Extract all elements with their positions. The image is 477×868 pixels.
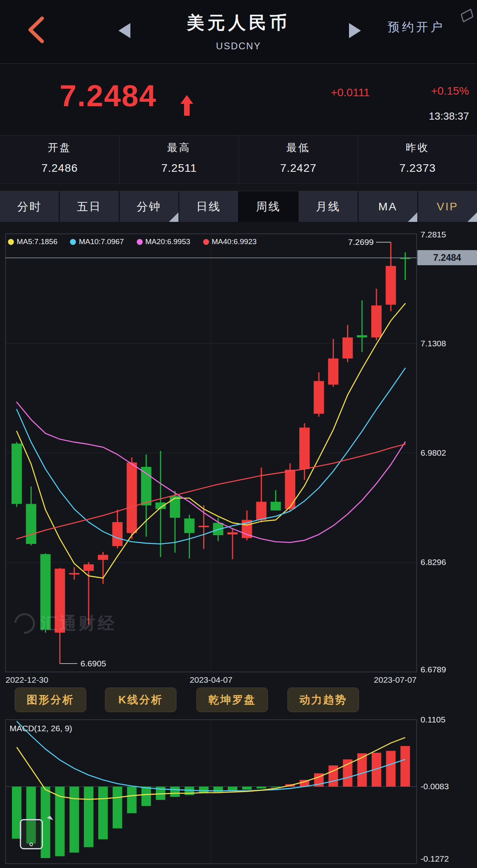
price-change: +0.0111 [278,86,370,99]
tab-label: 日线 [196,199,221,214]
stat-low-value: 7.2427 [239,162,358,175]
tab-label: VIP [437,200,458,213]
legend-ma40-label: MA40:6.9923 [212,237,257,246]
back-icon[interactable] [25,16,48,44]
tab-realtime[interactable]: 分时 [0,191,59,222]
tab-corner-icon [467,212,477,222]
tab-monthly[interactable]: 月线 [299,191,357,222]
stat-high-value: 7.2511 [120,162,238,175]
next-symbol-icon[interactable] [349,23,361,38]
stat-high-label: 最高 [120,141,238,155]
symbol-code: USDCNY [167,41,310,52]
legend-ma20-label: MA20:6.9953 [145,237,190,246]
tab-daily[interactable]: 日线 [179,191,238,222]
analysis-button-compass[interactable]: 乾坤罗盘 [196,687,268,712]
period-tab-bar: 分时 五日 分钟 日线 周线 月线 MA VIP [0,191,477,222]
x-axis-label-end: 2023-07-07 [374,675,417,685]
macd-y-label: -0.0083 [421,782,476,791]
tab-vip[interactable]: VIP [418,191,477,222]
tab-label: MA [378,200,398,213]
last-price: 7.2484 [60,78,157,113]
app-screen: 美元人民币 USDCNY 预约开户 7.2484 +0.0111 +0.15% … [0,0,477,868]
stat-open-label: 开盘 [0,141,119,155]
stat-prev-close-value: 7.2373 [358,162,477,175]
y-axis-label: 6.6789 [421,665,476,674]
ma20-dot-icon [137,239,143,245]
legend-ma5-label: MA5:7.1856 [17,237,57,246]
y-axis-label: 7.2815 [421,230,476,239]
page-title: 美元人民币 [167,11,310,35]
watermark-logo-icon [10,609,39,638]
macd-y-label: -0.1272 [421,854,476,864]
stat-low-label: 最低 [239,141,358,155]
svg-text:6.6905: 6.6905 [81,659,106,668]
watermark: 汇通财经 [14,612,117,635]
ma10-dot-icon [70,239,76,245]
current-price-tag: 7.2484 [417,250,477,265]
price-change-percent: +0.15% [413,85,469,97]
legend-ma20: MA20:6.9953 [137,237,190,246]
macd-y-label: 0.1105 [421,715,476,724]
stat-prev-close: 昨收 7.2373 [358,136,477,183]
macd-title: MACD(12, 26, 9) [10,724,72,733]
y-axis-label: 6.8296 [421,557,476,567]
y-axis-label: 7.1308 [421,339,476,348]
tab-label: 分钟 [137,199,161,214]
header: 美元人民币 USDCNY 预约开户 [0,0,477,64]
phone-home-dot-icon [29,843,33,846]
analysis-button-pattern[interactable]: 图形分析 [15,687,86,712]
tab-label: 五日 [77,199,101,214]
ma40-dot-icon [203,239,209,245]
tab-corner-icon [408,212,417,222]
screenshot-float-icon[interactable] [20,819,43,849]
analysis-button-row: 图形分析 K线分析 乾坤罗盘 动力趋势 [0,687,477,713]
ma5-dot-icon [8,239,14,245]
tab-label: 月线 [316,199,340,214]
legend-ma5: MA5:7.1856 [8,237,57,246]
tab-ma[interactable]: MA [359,191,417,222]
tab-label: 分时 [17,199,42,214]
kline-chart[interactable]: 7.26996.6905 [0,230,421,675]
watermark-text: 汇通财经 [41,612,117,635]
legend-ma10-label: MA10:7.0967 [79,237,124,246]
stat-open-value: 7.2486 [0,162,119,175]
analysis-button-momentum[interactable]: 动力趋势 [287,687,359,712]
macd-chart[interactable] [0,715,421,868]
x-axis-label-mid: 2023-04-07 [190,675,232,685]
tab-weekly[interactable]: 周线 [239,191,298,222]
tab-label: 周线 [256,199,281,214]
quote-panel: 7.2484 +0.0111 +0.15% 13:38:37 [0,64,477,136]
quote-time: 13:38:37 [398,110,469,122]
stats-row: 开盘 7.2486 最高 7.2511 最低 7.2427 昨收 7.2373 [0,136,477,184]
y-axis-label: 6.9802 [421,448,476,458]
x-axis-label-start: 2022-12-30 [6,675,48,685]
legend-ma40: MA40:6.9923 [203,237,257,246]
stat-high: 最高 7.2511 [119,136,238,183]
prev-symbol-icon[interactable] [118,23,130,38]
svg-text:7.2699: 7.2699 [348,237,374,247]
tab-5day[interactable]: 五日 [60,191,118,222]
tab-corner-icon [169,212,178,222]
stat-open: 开盘 7.2486 [0,136,119,183]
legend-ma10: MA10:7.0967 [70,237,124,246]
stat-prev-close-label: 昨收 [358,141,477,155]
tab-minute[interactable]: 分钟 [120,191,178,222]
price-up-arrow-icon [180,95,194,117]
ma-legend: MA5:7.1856 MA10:7.0967 MA20:6.9953 MA40:… [8,237,257,246]
analysis-button-kline[interactable]: K线分析 [105,687,176,712]
stat-low: 最低 7.2427 [238,136,358,183]
